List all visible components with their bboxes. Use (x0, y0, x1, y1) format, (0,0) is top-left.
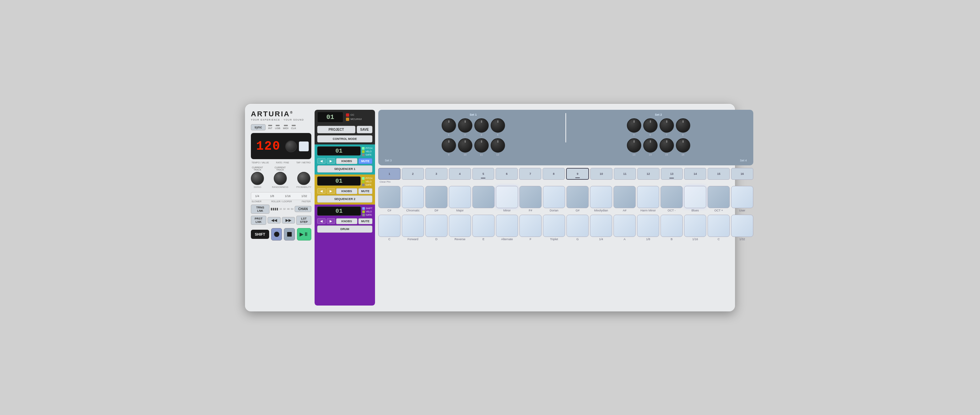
seq1-knobs-button[interactable]: KNOBS (336, 158, 357, 164)
step-4[interactable]: 4 (449, 168, 471, 180)
knob-3[interactable] (474, 118, 489, 133)
step-16[interactable]: 16 (731, 168, 753, 180)
pad-triplet[interactable] (543, 215, 565, 237)
pad-f[interactable] (519, 215, 542, 237)
pad-g[interactable] (566, 215, 589, 237)
shift-button[interactable]: SHIFT (251, 230, 269, 239)
trns-lnk-button[interactable]: TRNS LNK (251, 205, 269, 214)
knob-2[interactable] (458, 118, 473, 133)
pad-major[interactable] (449, 186, 471, 208)
div-1-8[interactable]: 1/8 (269, 194, 275, 198)
seq1-nav-right[interactable]: ▶ (327, 158, 335, 164)
pad-as[interactable] (614, 186, 636, 208)
pad-a[interactable] (614, 215, 636, 237)
seq2-nav-right[interactable]: ▶ (327, 188, 335, 194)
step-11[interactable]: 11 (614, 168, 636, 180)
pad-sixteenth[interactable] (684, 215, 706, 237)
knob-6[interactable] (643, 118, 657, 133)
nav-back-button[interactable]: ◀◀ (267, 217, 281, 224)
knob-15[interactable] (660, 138, 674, 153)
tap-metro-button[interactable] (299, 142, 309, 151)
step-1[interactable]: 1 (378, 168, 401, 180)
knob-14[interactable] (643, 138, 657, 153)
pad-oct-minus[interactable] (660, 186, 683, 208)
drum-nav-left[interactable]: ◀ (317, 218, 326, 224)
seq2-nav-left[interactable]: ◀ (317, 188, 326, 194)
randomness-knob[interactable] (274, 172, 287, 185)
step-7[interactable]: 7 (519, 168, 541, 180)
pad-minor-black[interactable] (473, 186, 495, 208)
step-2[interactable]: 2 (402, 168, 424, 180)
pad-harm-minor[interactable] (637, 186, 659, 208)
step-13[interactable]: 13 (661, 168, 683, 180)
seq2-knobs-button[interactable]: KNOBS (336, 188, 357, 194)
seq1-name-button[interactable]: SEQUENCER 1 (317, 165, 372, 173)
drum-name-button[interactable]: DRUM (317, 226, 372, 233)
swing-knob[interactable] (251, 172, 264, 185)
play-pause-button[interactable]: ▶⏸ (297, 228, 311, 240)
stop-button[interactable] (284, 228, 295, 240)
probability-knob[interactable] (297, 172, 310, 185)
seq1-nav-left[interactable]: ◀ (317, 158, 326, 164)
div-1-32[interactable]: 1/32 (300, 194, 309, 198)
step-12[interactable]: 12 (637, 168, 660, 180)
prst-lnk-button[interactable]: PRST LNK (251, 216, 266, 225)
pad-fs[interactable] (519, 186, 542, 208)
step-8[interactable]: 8 (542, 168, 565, 180)
project-button[interactable]: PROJECT (317, 126, 355, 133)
knob-9[interactable] (442, 138, 456, 153)
step-6[interactable]: 6 (496, 168, 518, 180)
sync-button[interactable]: sync (251, 124, 266, 130)
knob-1[interactable] (442, 118, 456, 133)
div-1-4[interactable]: 1/4 (254, 194, 261, 198)
pad-d[interactable] (425, 215, 447, 237)
pad-minor[interactable] (496, 186, 518, 208)
step-15[interactable]: 15 (708, 168, 730, 180)
knob-7[interactable] (660, 118, 674, 133)
pad-mixolydian[interactable] (590, 186, 612, 208)
pad-alternate[interactable] (496, 215, 518, 237)
pad-e[interactable] (473, 215, 495, 237)
pad-user[interactable] (731, 186, 753, 208)
step-3[interactable]: 3 (425, 168, 447, 180)
pad-c1[interactable] (378, 215, 401, 237)
pad-oct-plus[interactable] (708, 186, 730, 208)
pad-forward[interactable] (402, 215, 424, 237)
div-1-16[interactable]: 1/16 (283, 194, 292, 198)
knob-4[interactable] (491, 118, 505, 133)
pad-c2[interactable] (708, 215, 730, 237)
control-mode-button[interactable]: CONTROL MODE (317, 135, 372, 143)
knob-12[interactable] (491, 138, 505, 153)
step-5[interactable]: 5 (473, 168, 495, 180)
pad-cs[interactable] (378, 186, 401, 208)
save-button[interactable]: SAVE (357, 126, 373, 133)
knob-16[interactable] (676, 138, 690, 153)
knob-13[interactable] (627, 138, 641, 153)
record-button[interactable] (271, 228, 282, 240)
seq2-name-button[interactable]: SEQUENCER 2 (317, 196, 372, 203)
nav-fwd-button[interactable]: ▶▶ (282, 217, 295, 224)
step-9[interactable]: 9 (566, 168, 589, 180)
drum-knobs-button[interactable]: KNOBS (336, 218, 357, 224)
step-14[interactable]: 14 (684, 168, 706, 180)
pad-b[interactable] (660, 215, 683, 237)
step-10[interactable]: 10 (590, 168, 612, 180)
knob-8[interactable] (676, 118, 690, 133)
pad-ds[interactable] (425, 186, 447, 208)
drum-nav-right[interactable]: ▶ (327, 218, 335, 224)
chan-button[interactable]: CHAN (295, 206, 311, 212)
drum-mute-button[interactable]: MUTE (358, 218, 373, 224)
rate-fine-knob[interactable] (285, 140, 297, 152)
pad-gs[interactable] (566, 186, 589, 208)
pad-eighth[interactable] (637, 215, 659, 237)
lst-step-button[interactable]: LST STEP (296, 216, 311, 225)
pad-chromatic[interactable] (402, 186, 424, 208)
pad-thirtysecond[interactable] (731, 215, 753, 237)
pad-quarter[interactable] (590, 215, 612, 237)
pad-dorian[interactable] (543, 186, 565, 208)
knob-11[interactable] (474, 138, 489, 153)
pad-blues[interactable] (684, 186, 706, 208)
knob-10[interactable] (458, 138, 473, 153)
seq1-mute-button[interactable]: MUTE (358, 158, 373, 164)
pad-reverse[interactable] (449, 215, 471, 237)
